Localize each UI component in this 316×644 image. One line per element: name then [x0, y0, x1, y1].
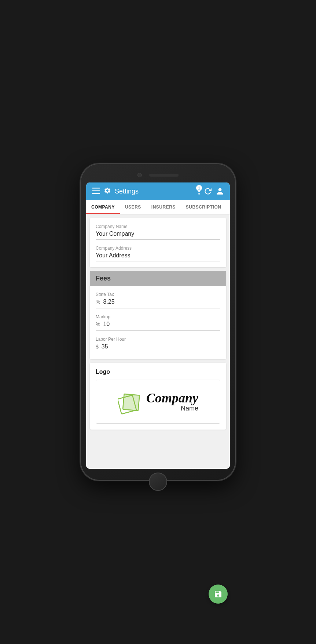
- notification-badge: 1: [196, 185, 202, 191]
- fees-body: State Tax % 8.25 Markup % 10: [90, 286, 226, 359]
- fees-title: Fees: [96, 275, 111, 282]
- company-info-card: Company Name Your Company Company Addres…: [90, 218, 226, 267]
- menu-icon[interactable]: [92, 188, 100, 195]
- labor-label: Labor Per Hour: [96, 337, 220, 342]
- logo-text-area: Company Name: [146, 391, 198, 412]
- svg-rect-4: [123, 394, 140, 411]
- svg-rect-2: [92, 193, 100, 194]
- logo-svg-container: Company Name: [118, 389, 198, 415]
- phone-speaker: [149, 174, 179, 177]
- profile-button[interactable]: [216, 187, 224, 195]
- refresh-button[interactable]: [204, 188, 212, 195]
- logo-card: Logo Company Name: [90, 363, 226, 430]
- markup-value-row: % 10: [96, 321, 220, 328]
- header-title: Settings: [115, 188, 195, 195]
- tab-insurers[interactable]: INSURERS: [146, 200, 181, 214]
- markup-field: Markup % 10: [96, 314, 220, 331]
- state-tax-field: State Tax % 8.25: [96, 292, 220, 308]
- labor-dollar-prefix: $: [96, 344, 99, 350]
- tabs-bar: COMPANY USERS INSURERS SUBSCRIPTION: [86, 200, 230, 214]
- company-address-value[interactable]: Your Address: [96, 252, 220, 261]
- logo-squares-icon: [118, 389, 143, 415]
- logo-section-title: Logo: [96, 369, 220, 375]
- labor-value-row: $ 35: [96, 343, 220, 350]
- company-name-label: Company Name: [96, 224, 220, 229]
- phone-device: Settings 1: [81, 164, 235, 480]
- company-name-value[interactable]: Your Company: [96, 231, 220, 240]
- state-tax-value[interactable]: 8.25: [103, 299, 114, 305]
- svg-rect-1: [92, 190, 100, 191]
- phone-top-bar: [86, 171, 230, 179]
- phone-screen: Settings 1: [86, 182, 230, 469]
- tab-company[interactable]: COMPANY: [86, 200, 120, 214]
- labor-field: Labor Per Hour $ 35: [96, 337, 220, 353]
- state-tax-label: State Tax: [96, 292, 220, 297]
- header-actions: 1: [198, 187, 224, 195]
- more-options-button[interactable]: 1: [198, 188, 200, 195]
- save-icon: [214, 590, 223, 598]
- logo-image-area[interactable]: Company Name: [96, 380, 220, 424]
- fees-header: Fees: [90, 271, 226, 286]
- fees-card: Fees State Tax % 8.25 Markup %: [90, 271, 226, 359]
- content-area: Company Name Your Company Company Addres…: [86, 214, 230, 469]
- phone-bottom: [86, 473, 230, 491]
- logo-company-text: Company: [146, 391, 198, 405]
- tab-subscription[interactable]: SUBSCRIPTION: [181, 200, 227, 214]
- gear-icon: [104, 187, 111, 196]
- tab-users[interactable]: USERS: [120, 200, 146, 214]
- labor-value[interactable]: 35: [102, 343, 108, 350]
- save-fab-button[interactable]: [209, 585, 228, 604]
- app-header: Settings 1: [86, 182, 230, 200]
- state-tax-value-row: % 8.25: [96, 299, 220, 305]
- markup-value[interactable]: 10: [103, 321, 110, 328]
- phone-camera: [137, 173, 142, 177]
- svg-rect-0: [92, 188, 100, 189]
- company-address-field: Company Address Your Address: [96, 246, 220, 261]
- company-name-field: Company Name Your Company: [96, 224, 220, 240]
- markup-prefix: %: [96, 321, 100, 327]
- company-address-label: Company Address: [96, 246, 220, 251]
- markup-label: Markup: [96, 314, 220, 319]
- logo-name-text: Name: [146, 405, 198, 412]
- phone-home-button[interactable]: [149, 473, 167, 491]
- state-tax-prefix: %: [96, 299, 100, 305]
